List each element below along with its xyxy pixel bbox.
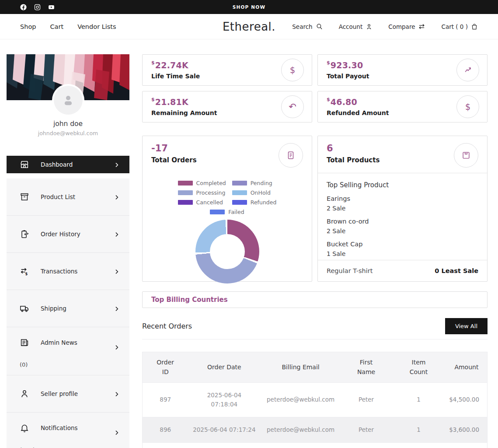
sidebar-item-order-history[interactable]: Order History	[7, 216, 129, 253]
sidebar-item-label: Shipping	[41, 305, 66, 312]
bell-icon	[20, 423, 29, 433]
utility-nav: Search Account Compare Cart ( 0 )	[292, 23, 478, 30]
chevron-right-icon	[114, 429, 120, 435]
cart-link[interactable]: Cart ( 0 )	[441, 23, 478, 30]
vendor-sidebar: john doe johndoe@webkul.com Dashboard Pr…	[7, 54, 129, 448]
billing-title: Top Billing Countries	[151, 296, 228, 304]
top-selling-title: Top Selling Product	[327, 181, 478, 189]
chevron-right-icon	[114, 305, 120, 312]
sidebar-item-seller-profile[interactable]: Seller profile	[7, 375, 129, 413]
sidebar-item-label: Notifications	[41, 424, 78, 431]
dollar-icon: $	[456, 95, 479, 118]
sidebar-item-dashboard[interactable]: Dashboard	[7, 156, 129, 173]
undo-icon: ↶	[281, 95, 304, 118]
stat-label: Total Payout	[327, 73, 369, 80]
divider	[318, 173, 487, 173]
stat-card-refunded-amount: $46.80 Refunded Amount $	[317, 91, 488, 122]
svg-text:$: $	[25, 272, 28, 276]
sidebar-item-admin-news[interactable]: Admin News (0)	[7, 327, 129, 375]
dashboard-main: $22.74K Life Time Sale $ $923.30 Total P…	[142, 54, 488, 448]
recent-orders-table: Order ID Order Date Billing Email First …	[142, 352, 488, 448]
total-products-label: Total Products	[327, 156, 380, 164]
stat-label: Life Time Sale	[151, 73, 200, 80]
col-first-name: First Name	[341, 352, 391, 383]
col-order-id: Order ID	[143, 352, 188, 383]
compare-icon	[418, 23, 425, 30]
top-selling-item: Brown co-ord 2 Sale	[327, 218, 478, 234]
chart-cards: -17 Total Orders Completed Pending Proce…	[142, 136, 488, 282]
sidebar-item-label: Transactions	[41, 268, 77, 275]
avatar	[54, 86, 83, 115]
archive-icon	[20, 192, 29, 202]
total-orders-card: -17 Total Orders Completed Pending Proce…	[142, 136, 312, 282]
truck-icon	[20, 304, 29, 313]
total-orders-value: -17	[151, 143, 197, 154]
sidebar-item-label: Seller profile	[41, 390, 78, 397]
chevron-right-icon	[114, 161, 120, 168]
site-header: Ethereal. Shop Cart Vendor Lists Search …	[0, 14, 498, 39]
legend-swatch	[178, 181, 193, 186]
stat-label: Remaining Amount	[151, 109, 217, 116]
total-products-value: 6	[327, 143, 380, 154]
table-row: 897 2025-06-04 07:18:04 peterdoe@webkul.…	[143, 382, 488, 417]
package-icon	[454, 143, 478, 168]
col-order-date: Order Date	[188, 352, 260, 383]
sidebar-item-label: Admin News	[41, 339, 77, 346]
chevron-right-icon	[114, 194, 120, 200]
profile-email: johndoe@webkul.com	[7, 130, 129, 136]
search-icon	[316, 23, 323, 30]
nav-shop[interactable]: Shop	[20, 23, 36, 30]
chevron-right-icon	[114, 231, 120, 237]
recent-orders-title: Recent Orders	[142, 322, 192, 330]
promo-text: SHOP NOW	[0, 4, 498, 10]
recent-orders-header: Recent Orders View All	[142, 313, 488, 340]
sidebar-item-label: Order History	[41, 231, 80, 238]
top-selling-item: Bucket Cap 1 Sale	[327, 241, 478, 257]
chevron-right-icon	[114, 268, 120, 274]
newspaper-icon	[20, 338, 29, 347]
admin-news-count: (0)	[20, 361, 28, 368]
user-icon	[20, 389, 29, 399]
orders-donut-chart	[195, 220, 259, 284]
nav-vendor-lists[interactable]: Vendor Lists	[77, 23, 116, 30]
least-sale-row: Regular T-shirt 0 Least Sale	[318, 260, 487, 275]
dollar-icon: $	[281, 59, 304, 81]
sidebar-item-shipping[interactable]: Shipping	[7, 290, 129, 327]
search-link[interactable]: Search	[292, 23, 323, 30]
sidebar-item-transactions[interactable]: $ Transactions	[7, 253, 129, 290]
table-row: 896 2025-06-04 07:17:24 peterdoe@webkul.…	[143, 417, 488, 442]
compare-link[interactable]: Compare	[388, 23, 425, 30]
total-orders-label: Total Orders	[151, 156, 197, 164]
top-billing-countries-card: Top Billing Countries	[142, 291, 488, 308]
legend-swatch	[178, 190, 193, 195]
sidebar-item-product-list[interactable]: Product List	[7, 178, 129, 216]
sidebar-item-label: Dashboard	[41, 161, 73, 168]
chevron-right-icon	[114, 391, 120, 397]
orders-legend: Completed Pending Processing OnHold Canc…	[178, 180, 277, 215]
account-link[interactable]: Account	[339, 23, 373, 30]
total-products-card: 6 Total Products Top Selling Product Ear…	[317, 136, 488, 282]
legend-swatch	[232, 181, 247, 186]
top-promo-bar: SHOP NOW	[0, 0, 498, 14]
profile-name: john doe	[7, 120, 129, 128]
top-selling-item: Earings 2 Sale	[327, 195, 478, 212]
chevron-right-icon	[114, 344, 120, 350]
sidebar-menu: Dashboard Product List Order History	[7, 156, 129, 448]
nav-cart[interactable]: Cart	[50, 23, 63, 30]
document-icon	[279, 143, 303, 168]
view-all-button[interactable]: View All	[445, 318, 488, 334]
stat-card-lifetime-sale: $22.74K Life Time Sale $	[142, 54, 312, 86]
storefront-icon	[20, 160, 29, 169]
stat-value: 46.80	[331, 97, 357, 107]
account-icon	[366, 23, 373, 30]
col-billing-email: Billing Email	[260, 352, 341, 383]
stat-value: 22.74K	[155, 60, 188, 70]
transactions-icon: $	[20, 266, 29, 276]
sidebar-item-notifications[interactable]: Notifications (138)	[7, 413, 129, 448]
main-nav: Shop Cart Vendor Lists	[20, 23, 116, 30]
col-amount: Amount	[446, 352, 488, 383]
legend-swatch	[210, 210, 225, 214]
legend-swatch	[232, 200, 247, 205]
stat-label: Refunded Amount	[327, 109, 389, 116]
col-item-count: Item Count	[391, 352, 446, 383]
